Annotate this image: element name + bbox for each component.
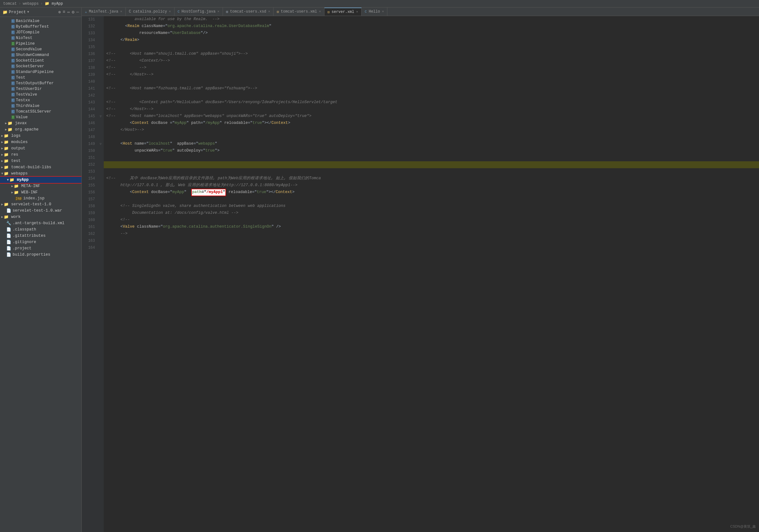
code-line-142 <box>104 92 759 99</box>
tree-item-test-folder[interactable]: ▶ 📁 test <box>0 158 81 164</box>
tree-arrow-myapp: ▼ <box>7 178 9 182</box>
tree-item-test[interactable]: CTest <box>0 75 81 80</box>
tree-item-socket-client[interactable]: CSocketClient <box>0 58 81 63</box>
tree-item-tomcat-build-libs[interactable]: ▶ 📁 tomcat-build-libs <box>0 164 81 170</box>
tree-item-servelet-test[interactable]: ▶ 📁 servelet-test-1.0 <box>0 201 81 208</box>
classpath-icon: 📄 <box>6 227 11 232</box>
tree-item-socket-server[interactable]: CSocketServer <box>0 63 81 69</box>
folder-icon: 📁 <box>4 215 9 220</box>
tree-item-ant-targets[interactable]: 🔧.ant-targets-build.xml <box>0 220 81 226</box>
tree-item-second-value[interactable]: CSecondValue <box>0 47 81 52</box>
tree-item-javax[interactable]: ▶ 📁 javax <box>0 120 81 126</box>
tree-item-output[interactable]: ▶ 📁 output <box>0 145 81 151</box>
folder-icon: 📁 <box>14 184 19 189</box>
tree-item-test-output-buffer[interactable]: CTestOutputBuffer <box>0 80 81 86</box>
tree-item-jdt-compile[interactable]: CJDTCompile <box>0 29 81 35</box>
fold-arrow-149[interactable]: ▽ <box>100 142 101 146</box>
tree-item-test-user-dir[interactable]: CTestUserDir <box>0 86 81 92</box>
breadcrumb-webapps[interactable]: webapps <box>22 2 38 6</box>
tab-hello[interactable]: C Hello × <box>362 8 387 16</box>
properties-icon: 📄 <box>6 252 11 257</box>
close-tab-main-test[interactable]: × <box>120 10 122 14</box>
tree-item-project[interactable]: 📄.project <box>0 245 81 252</box>
tab-catalina-policy[interactable]: C catalina.policy × <box>126 8 175 16</box>
tree-item-modules[interactable]: ▶ 📁 modules <box>0 139 81 145</box>
tree-item-meta-inf[interactable]: ▶ 📁 META-INF <box>0 183 81 189</box>
code-line-154: <!-- 其中 docBase为Web应用的根目录的文件路径, path为Web… <box>104 175 759 182</box>
git-ignore-icon: 📄 <box>6 240 11 245</box>
tree-item-test-valve[interactable]: CTestValve <box>0 92 81 98</box>
close-sidebar-icon[interactable]: — <box>76 10 79 15</box>
breadcrumb-myapp[interactable]: 📁 myApp <box>45 1 63 6</box>
tree-item-value[interactable]: IValue <box>0 114 81 120</box>
code-line-135 <box>104 44 759 51</box>
tree-arrow-meta-inf: ▶ <box>11 184 13 188</box>
code-line-163 <box>104 237 759 244</box>
xml-tab-icon-2: ⊡ <box>328 10 330 14</box>
close-tab-host-config[interactable]: × <box>217 10 220 14</box>
tab-main-test[interactable]: ☕ MainTest.java × <box>82 8 126 16</box>
tree-item-testxx[interactable]: CTestxx <box>0 98 81 103</box>
code-line-143: <!-- <Context path="/HelloLuban" docBase… <box>104 99 759 106</box>
tree-item-work[interactable]: ▶ 📁 work <box>0 214 81 220</box>
tree-item-webapps[interactable]: ▼ 📁 webapps <box>0 170 81 177</box>
class-icon: C <box>11 19 15 23</box>
tree-item-web-inf[interactable]: ▶ 📁 WEB-INF <box>0 189 81 195</box>
tree-item-basic-value[interactable]: CBasicValue <box>0 18 81 24</box>
folder-icon: 📁 <box>8 121 13 126</box>
close-tab-users-xml[interactable]: × <box>319 10 321 14</box>
tree-item-org-apache[interactable]: ▶ 📁 org.apache <box>0 126 81 133</box>
interface-icon: I <box>11 42 15 46</box>
code-content[interactable]: available for use by the Realm. --> <Rea… <box>104 16 759 532</box>
tree-item-gitignore[interactable]: 📄.gitignore <box>0 239 81 245</box>
locate-icon[interactable]: ⊕ <box>58 10 61 15</box>
tree-item-servelet-war[interactable]: 📄servelet-test-1.0.war <box>0 208 81 214</box>
class-icon: C <box>11 104 15 108</box>
tree-item-myapp[interactable]: ▼ 📁 myApp <box>0 177 81 183</box>
breadcrumb-tomcat[interactable]: tomcat <box>3 2 17 6</box>
folder-icon: 📁 <box>4 171 9 176</box>
expand-icon[interactable]: ⇔ <box>67 10 70 15</box>
sidebar-title: 📁 Project ▼ <box>3 10 29 15</box>
tree-arrow-test: ▶ <box>1 159 3 163</box>
tree-item-third-value[interactable]: CThirdValue <box>0 103 81 109</box>
collapse-all-icon[interactable]: ≡ <box>62 10 65 15</box>
tree-item-classpath[interactable]: 📄.classpath <box>0 226 81 233</box>
line-numbers: 131 132 133 134 135 136 137 138 139 140 … <box>82 16 98 532</box>
tree-arrow-web-inf: ▶ <box>11 190 13 194</box>
code-line-134: </Realm> <box>104 37 759 44</box>
tree-item-index-jsp[interactable]: jspindex.jsp <box>0 195 81 201</box>
tree-item-pipeline[interactable]: IPipeline <box>0 41 81 47</box>
war-icon: 📄 <box>6 208 11 213</box>
project-sidebar: 📁 Project ▼ ⊕ ≡ ⇔ ⚙ — CBasicValue CByteB… <box>0 8 82 532</box>
tree-item-byte-buffer-test[interactable]: CByteBufferTest <box>0 24 81 29</box>
breadcrumb-sep-1: › <box>19 2 21 6</box>
settings-icon[interactable]: ⚙ <box>72 10 74 15</box>
folder-icon: 📁 <box>14 190 19 195</box>
tree-item-logs[interactable]: ▶ 📁 logs <box>0 133 81 139</box>
tree-item-gitattributes[interactable]: 📄.gitattributes <box>0 233 81 239</box>
code-line-159: Documentation at: /docs/config/valve.htm… <box>104 210 759 217</box>
fold-arrow-145[interactable]: ▽ <box>100 114 101 118</box>
tab-host-config[interactable]: C HostConfig.java × <box>175 8 223 16</box>
tree-item-res[interactable]: ▶ 📁 res <box>0 151 81 158</box>
java-tab-icon-3: C <box>365 10 367 14</box>
tree-item-standard-pipeline[interactable]: CStandardPipeline <box>0 69 81 75</box>
editor-code-area[interactable]: 131 132 133 134 135 136 137 138 139 140 … <box>82 16 759 532</box>
tree-arrow-logs: ▶ <box>1 134 3 138</box>
tree-item-build-properties[interactable]: 📄build.properties <box>0 252 81 258</box>
close-tab-server-xml[interactable]: × <box>356 10 358 14</box>
close-tab-xsd[interactable]: × <box>268 10 270 14</box>
tab-tomcat-users-xsd[interactable]: ⊡ tomcat-users.xsd × <box>223 8 273 16</box>
tree-item-shutdwn[interactable]: CShutdwnCommand <box>0 52 81 58</box>
close-tab-catalina[interactable]: × <box>169 10 171 14</box>
tab-server-xml[interactable]: ⊡ server.xml × <box>325 8 362 16</box>
tree-item-tomcat-ssl[interactable]: CTomcatSSLServer <box>0 109 81 114</box>
tab-tomcat-users-xml[interactable]: ⊡ tomcat-users.xml × <box>273 8 324 16</box>
class-icon: C <box>11 36 15 40</box>
code-line-152 <box>104 161 759 168</box>
java-tab-icon-2: C <box>178 10 180 14</box>
tree-item-nio-test[interactable]: CNioTest <box>0 35 81 41</box>
close-tab-hello[interactable]: × <box>382 10 384 14</box>
dropdown-arrow[interactable]: ▼ <box>27 10 29 14</box>
